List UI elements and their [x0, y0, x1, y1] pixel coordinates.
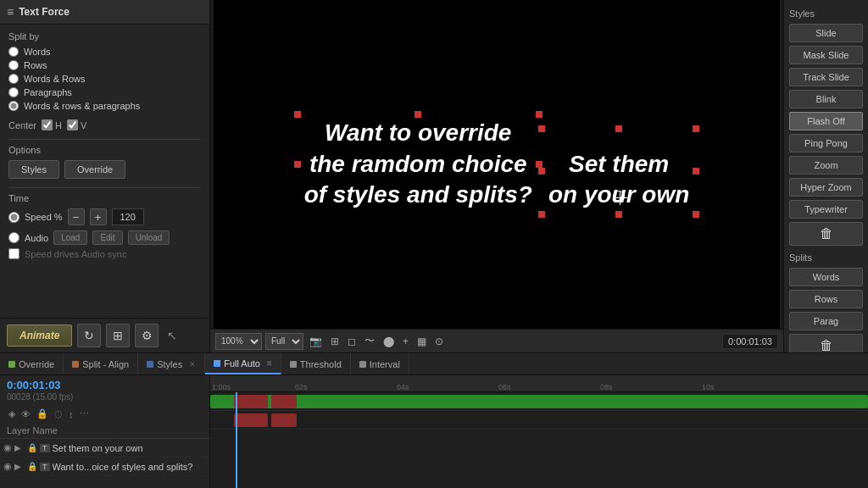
timeline-main: 0:00:01:03 00028 (15.00 fps) ◈ 👁 🔒 ◌ ↕ ⋯… [0, 375, 868, 488]
speed-increase-button[interactable]: + [90, 208, 107, 225]
splits-trash-button[interactable]: 🗑 [789, 334, 863, 352]
layer-eye-1[interactable]: ◉ [3, 442, 12, 453]
preview-area: Want to override the ramdom choice of st… [214, 0, 780, 329]
tl-icon-5[interactable]: ↕ [67, 408, 75, 420]
preview-toolbar: 100% Full 📷 ⊞ ◻ 〜 ⬤ + ▦ ⊙ 0:00:01:03 [210, 329, 783, 352]
split-option-words-rows[interactable]: Words & Rows [8, 74, 201, 84]
zoom-select[interactable]: 100% [215, 333, 262, 350]
style-ping-pong-btn[interactable]: Ping Pong [789, 134, 863, 152]
mask-button[interactable]: ◻ [345, 334, 359, 349]
styles-button[interactable]: Styles [8, 160, 59, 179]
export-button[interactable]: ▦ [415, 334, 429, 349]
tl-icon-1[interactable]: ◈ [7, 408, 17, 420]
track-red-bar-3 [234, 413, 268, 427]
layer-list: ◉ ▶ 🔒 T Set them on your own ◉ ▶ 🔒 T Wan… [0, 439, 209, 488]
tl-icon-6[interactable]: ⋯ [78, 408, 91, 420]
ruler-mark-5: 10s [702, 383, 715, 391]
left-panel: ≡ Text Force Split by Words Rows Words &… [0, 0, 210, 352]
speed-input[interactable]: 120 [112, 208, 144, 225]
tab-full-auto[interactable]: Full Auto ≡ [205, 353, 281, 374]
color-button[interactable]: ⬤ [381, 334, 397, 349]
settings-button[interactable]: ⚙ [135, 324, 159, 347]
waveform-button[interactable]: 〜 [362, 332, 377, 350]
speed-decrease-button[interactable]: − [68, 208, 85, 225]
fit-button[interactable]: ⊞ [106, 324, 130, 347]
style-slide-btn[interactable]: Slide [789, 24, 863, 42]
tl-icon-3[interactable]: 🔒 [35, 408, 50, 420]
time-display: 0:00:01:03 [722, 334, 778, 349]
layer-lock-2[interactable]: 🔒 [27, 462, 37, 471]
tab-split-align[interactable]: Split - Align [64, 353, 138, 374]
preview-text-container: Want to override the ramdom choice of st… [298, 114, 697, 214]
preview-text-main: Want to override the ramdom choice of st… [304, 118, 532, 210]
options-label: Options [8, 145, 201, 155]
center-area: Want to override the ramdom choice of st… [210, 0, 783, 352]
speed-radio[interactable] [8, 212, 19, 223]
splits-section-label: Splits [789, 252, 863, 263]
tl-icon-2[interactable]: 👁 [19, 408, 32, 420]
style-zoom-btn[interactable]: Zoom [789, 156, 863, 175]
layer-name-1: Set them on your own [53, 443, 207, 453]
layer-row-1[interactable]: ◉ ▶ 🔒 T Set them on your own [0, 439, 209, 458]
tab-threshold[interactable]: Threshold [281, 353, 351, 374]
audio-label: Audio [25, 233, 48, 243]
split-option-paragraphs[interactable]: Paragraphs [8, 87, 201, 97]
layer-lock-1[interactable]: 🔒 [27, 443, 37, 452]
ruler-mark-1: 02s [295, 383, 308, 391]
split-parag-btn[interactable]: Parag [789, 312, 863, 330]
style-typewriter-btn[interactable]: Typewriter [789, 200, 863, 219]
track-row-1 [210, 392, 868, 411]
style-blink-btn[interactable]: Blink [789, 90, 863, 108]
style-flash-off-btn[interactable]: Flash Off [789, 112, 863, 130]
styles-trash-button[interactable]: 🗑 [789, 222, 863, 246]
cursor-icon: ↖ [167, 329, 177, 342]
edit-button[interactable]: Edit [92, 230, 122, 245]
grid-button[interactable]: ⊞ [328, 334, 342, 349]
tab-interval[interactable]: Interval [351, 353, 409, 374]
split-rows-btn[interactable]: Rows [789, 290, 863, 308]
split-options: Words Rows Words & Rows Paragraphs Words… [8, 47, 201, 111]
layer-eye-2[interactable]: ◉ [3, 461, 12, 472]
split-option-rows[interactable]: Rows [8, 60, 201, 70]
unload-button[interactable]: Unload [128, 230, 170, 245]
override-button[interactable]: Override [64, 160, 125, 179]
marker-button[interactable]: + [400, 334, 411, 349]
load-button[interactable]: Load [53, 230, 87, 245]
style-mask-slide-btn[interactable]: Mask Slide [789, 46, 863, 64]
layer-icon-1: ▶ [14, 443, 25, 452]
timeline-tabs: Override Split - Align Styles ✕ Full Aut… [0, 353, 868, 375]
ruler-mark-2: 04s [397, 383, 409, 391]
panel-header: ≡ Text Force [0, 0, 209, 25]
timeline-ruler: 1:00s 02s 04s 06s 08s 10s [210, 375, 868, 392]
styles-section-label: Styles [789, 8, 863, 19]
panel-title: Text Force [19, 6, 70, 18]
speed-label: Speed % [25, 212, 63, 222]
center-h-checkbox[interactable]: H [42, 119, 62, 130]
ruler-mark-0: 1:00s [212, 383, 231, 391]
tab-override[interactable]: Override [0, 353, 64, 374]
split-option-words[interactable]: Words [8, 47, 201, 57]
audio-radio[interactable] [8, 232, 19, 243]
split-option-all[interactable]: Words & rows & paragraphs [8, 101, 201, 111]
layer-name-2: Want to...oice of styles and splits? [53, 462, 207, 472]
track-red-bar-4 [271, 413, 297, 427]
track-red-bar-2 [271, 395, 297, 408]
record-button[interactable]: ⊙ [432, 334, 446, 349]
quality-select[interactable]: Full [265, 333, 303, 350]
sync-label: Speed drives Audio sync [25, 249, 126, 259]
center-v-checkbox[interactable]: V [67, 119, 86, 130]
split-by-label: Split by [8, 31, 201, 42]
tab-close-icon[interactable]: ✕ [189, 360, 196, 369]
snapshot-button[interactable]: 📷 [307, 334, 325, 349]
style-hyper-zoom-btn[interactable]: Hyper Zoom [789, 178, 863, 197]
refresh-button[interactable]: ↻ [77, 324, 101, 347]
layer-row-2[interactable]: ◉ ▶ 🔒 T Want to...oice of styles and spl… [0, 458, 209, 476]
tl-icon-4[interactable]: ◌ [53, 408, 64, 420]
split-words-btn[interactable]: Words [789, 268, 863, 286]
tab-styles[interactable]: Styles ✕ [138, 353, 205, 374]
style-track-slide-btn[interactable]: Track Slide [789, 68, 863, 86]
sync-checkbox[interactable] [8, 248, 19, 259]
track-green-bar [210, 395, 868, 408]
animate-button[interactable]: Animate [7, 324, 72, 347]
timeline-right-panel: 1:00s 02s 04s 06s 08s 10s [210, 375, 868, 488]
